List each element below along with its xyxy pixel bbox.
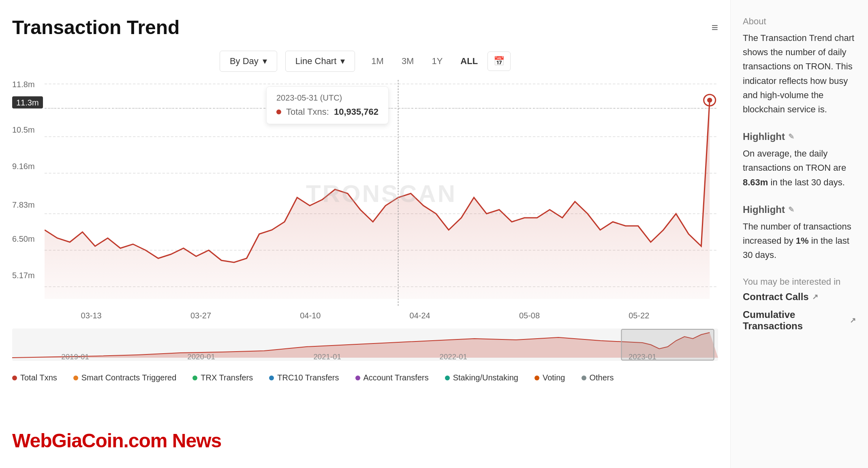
legend-item-others: Others — [582, 373, 614, 382]
time-1m-button[interactable]: 1M — [363, 52, 392, 71]
about-text: The Transaction Trend chart shows the nu… — [743, 31, 856, 116]
svg-text:2020-01: 2020-01 — [187, 352, 215, 361]
main-content: Transaction Trend ≡ By Day ▾ Line Chart … — [0, 0, 730, 468]
x-label-0522: 05-22 — [629, 311, 649, 320]
external-link-icon: ↗ — [850, 316, 856, 325]
legend-label-voting: Voting — [543, 373, 565, 382]
mini-chart-container: 2019-01 2020-01 2021-01 2022-01 2023-01 — [12, 328, 718, 361]
legend-dot-account — [355, 376, 360, 380]
svg-text:2019-01: 2019-01 — [61, 352, 89, 361]
highlight1-text: On average, the daily transactions on TR… — [743, 146, 856, 189]
mini-chart-svg: 2019-01 2020-01 2021-01 2022-01 2023-01 — [12, 328, 718, 361]
groupby-dropdown[interactable]: By Day ▾ — [220, 51, 277, 72]
chart-tooltip: 2023-05-31 (UTC) Total Txns: 10,935,762 — [266, 86, 389, 124]
chevron-down-icon: ▾ — [340, 56, 345, 67]
cumulative-transactions-link[interactable]: Cumulative Transactions ↗ — [743, 309, 856, 332]
legend-dot-staking — [445, 376, 450, 380]
main-chart: TRONSCAN 2023-05-31 (UTC) Total Txns: 10… — [45, 80, 718, 307]
time-all-button[interactable]: ALL — [452, 52, 486, 71]
x-label-0327: 03-27 — [190, 311, 211, 320]
charttype-dropdown[interactable]: Line Chart ▾ — [285, 51, 355, 72]
legend-item-total-txns: Total Txns — [12, 373, 57, 382]
time-1y-button[interactable]: 1Y — [423, 52, 451, 71]
y-axis: 11.8m 11.3m 10.5m 9.16m 7.83m 6.50m 5.17… — [12, 80, 45, 307]
y-label-650m: 6.50m — [12, 234, 35, 244]
tooltip-value: 10,935,762 — [334, 107, 378, 117]
x-axis-labels: 03-13 03-27 04-10 04-24 05-08 05-22 — [12, 307, 718, 324]
about-label: About — [743, 16, 856, 27]
x-label-0313: 03-13 — [81, 311, 102, 320]
external-link-icon: ↗ — [812, 292, 818, 301]
highlight2-section: Highlight ✎ The number of transactions i… — [743, 204, 856, 262]
legend-label-others: Others — [590, 373, 614, 382]
link-icon: ✎ — [788, 205, 794, 214]
time-button-group: 1M 3M 1Y ALL 📅 — [363, 52, 511, 71]
x-label-0424: 04-24 — [410, 311, 430, 320]
tooltip-dot — [276, 109, 281, 114]
menu-icon[interactable]: ≡ — [712, 21, 718, 34]
y-label-916m: 9.16m — [12, 161, 35, 171]
chart-controls: By Day ▾ Line Chart ▾ 1M 3M 1Y ALL 📅 — [12, 51, 718, 72]
chevron-down-icon: ▾ — [263, 56, 267, 67]
sidebar: About The Transaction Trend chart shows … — [730, 0, 868, 468]
tooltip-label: Total Txns: — [286, 107, 329, 117]
y-label-105m: 10.5m — [12, 125, 35, 135]
svg-text:2023-01: 2023-01 — [629, 352, 656, 361]
legend-dot-total — [12, 376, 17, 380]
legend-label-total: Total Txns — [20, 373, 57, 382]
highlight1-label: Highlight ✎ — [743, 131, 856, 142]
y-label-113m: 11.3m — [12, 98, 43, 107]
interested-section: You may be interested in Contract Calls … — [743, 277, 856, 332]
contract-calls-link[interactable]: Contract Calls ↗ — [743, 291, 856, 303]
link-icon: ✎ — [788, 132, 794, 141]
legend-dot-trc10 — [269, 376, 274, 380]
highlight1-section: Highlight ✎ On average, the daily transa… — [743, 131, 856, 189]
legend-item-trx-transfers: TRX Transfers — [192, 373, 253, 382]
page-title: Transaction Trend — [12, 16, 180, 39]
legend-dot-trx — [192, 376, 197, 380]
interested-label: You may be interested in — [743, 277, 856, 287]
chart-header: Transaction Trend ≡ — [12, 16, 718, 39]
x-label-0508: 05-08 — [519, 311, 540, 320]
legend-item-account: Account Transfers — [355, 373, 429, 382]
legend-label-smart: Smart Contracts Triggered — [81, 373, 177, 382]
legend-label-staking: Staking/Unstaking — [453, 373, 518, 382]
chart-legend: Total Txns Smart Contracts Triggered TRX… — [12, 369, 718, 386]
legend-item-voting: Voting — [534, 373, 565, 382]
highlight2-label: Highlight ✎ — [743, 204, 856, 215]
legend-dot-voting — [534, 376, 539, 380]
legend-label-trx: TRX Transfers — [201, 373, 253, 382]
y-label-517m: 5.17m — [12, 270, 35, 280]
highlight2-text: The number of transactions increased by … — [743, 219, 856, 262]
legend-item-staking: Staking/Unstaking — [445, 373, 518, 382]
svg-text:2022-01: 2022-01 — [440, 352, 467, 361]
x-label-0410: 04-10 — [300, 311, 321, 320]
calendar-button[interactable]: 📅 — [487, 52, 511, 71]
time-3m-button[interactable]: 3M — [393, 52, 422, 71]
tooltip-date: 2023-05-31 (UTC) — [276, 93, 378, 103]
legend-item-smart-contracts: Smart Contracts Triggered — [73, 373, 177, 382]
svg-text:2021-01: 2021-01 — [313, 352, 341, 361]
legend-dot-others — [582, 376, 586, 380]
about-section: About The Transaction Trend chart shows … — [743, 16, 856, 116]
y-label-118m: 11.8m — [12, 80, 35, 89]
legend-label-account: Account Transfers — [363, 373, 429, 382]
svg-point-9 — [707, 98, 712, 103]
y-label-783m: 7.83m — [12, 200, 35, 210]
legend-label-trc10: TRC10 Transfers — [277, 373, 339, 382]
brand-watermark: WebGiaCoin.com News — [12, 429, 221, 452]
tooltip-row: Total Txns: 10,935,762 — [276, 107, 378, 117]
legend-item-trc10: TRC10 Transfers — [269, 373, 339, 382]
legend-dot-smart — [73, 376, 78, 380]
